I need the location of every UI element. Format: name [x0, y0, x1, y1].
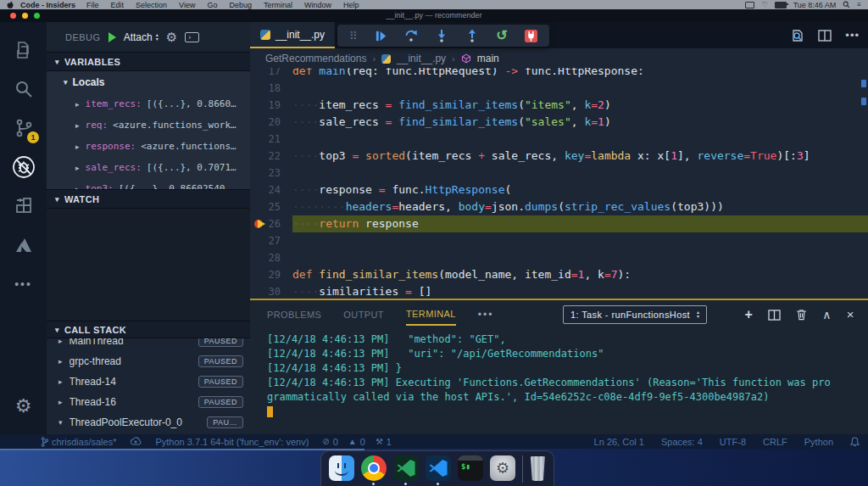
variables-section-header[interactable]: ▾ VARIABLES: [47, 52, 250, 71]
close-panel-icon[interactable]: ×: [847, 309, 854, 321]
variable-row[interactable]: ▸req:<azure.functions_work…: [47, 115, 250, 136]
tab-terminal[interactable]: TERMINAL: [406, 304, 456, 326]
trash-dock-icon[interactable]: [530, 456, 546, 481]
encoding-item[interactable]: UTF-8: [720, 437, 746, 447]
menubar-app-name[interactable]: Code - Insiders: [20, 1, 75, 9]
menu-item[interactable]: View: [179, 1, 195, 9]
spotlight-search-icon[interactable]: [843, 1, 850, 8]
gutter[interactable]: 22: [250, 148, 292, 165]
step-out-icon[interactable]: [465, 29, 479, 42]
debug-icon[interactable]: [0, 148, 47, 187]
current-debug-line[interactable]: 26····return response: [250, 215, 868, 232]
gutter[interactable]: 29: [250, 266, 292, 283]
code-line[interactable]: 22····top3 = sorted(item_recs + sale_rec…: [250, 148, 868, 165]
terminal-dock-icon[interactable]: $▮: [458, 455, 483, 481]
menu-item[interactable]: Terminal: [264, 1, 292, 9]
locals-scope-row[interactable]: ▾ Locals: [47, 71, 250, 93]
chrome-dock-icon[interactable]: [361, 455, 387, 481]
terminal-instance-dropdown[interactable]: 1: Task - runFunctionsHost ▴▾: [563, 305, 707, 324]
azure-icon[interactable]: [0, 226, 47, 265]
menu-item[interactable]: Edit: [111, 1, 125, 9]
gutter[interactable]: 25: [250, 198, 292, 215]
watch-section-header[interactable]: ▾ WATCH: [47, 189, 250, 209]
code-line[interactable]: 29def find_similar_items(model_name, ite…: [250, 266, 868, 283]
code-line[interactable]: 25········headers=headers, body=json.dum…: [250, 198, 868, 215]
kill-terminal-trash-icon[interactable]: [796, 309, 807, 321]
menu-item[interactable]: Help: [343, 1, 359, 9]
debug-config-dropdown[interactable]: Attach ▴▾: [124, 31, 159, 43]
gutter[interactable]: 21: [250, 131, 292, 148]
variable-row[interactable]: ▸response:<azure.functions…: [47, 136, 250, 157]
language-mode-item[interactable]: Python: [804, 437, 833, 447]
source-control-icon[interactable]: 1: [0, 109, 47, 148]
gutter[interactable]: 20: [250, 114, 292, 131]
settings-gear-icon[interactable]: ⚙: [0, 387, 47, 426]
code-line[interactable]: 24····response = func.HttpResponse(: [250, 182, 868, 198]
gutter[interactable]: 18: [250, 80, 292, 97]
code-line[interactable]: 30····similarities = []: [250, 283, 868, 299]
continue-icon[interactable]: [375, 30, 387, 42]
code-line[interactable]: 23: [250, 165, 868, 182]
gutter[interactable]: 27: [250, 232, 292, 249]
notification-center-icon[interactable]: ≡: [857, 2, 861, 8]
extensions-icon[interactable]: [0, 187, 47, 226]
start-debug-button[interactable]: [108, 32, 116, 42]
call-stack-row[interactable]: ▸MainThreadPAUSED: [47, 338, 250, 351]
terminal-output[interactable]: [12/4/18 4:46:13 PM] "method": "GET",[12…: [250, 331, 868, 434]
sync-cloud-icon[interactable]: [130, 437, 142, 446]
problems-item[interactable]: ⊘ 0 ▲ 0 ⚒ 1: [322, 437, 392, 447]
breadcrumb-symbol[interactable]: main: [477, 53, 499, 64]
tab-init-py[interactable]: __init__.py: [250, 22, 335, 48]
disconnect-icon[interactable]: [525, 30, 537, 42]
watch-body[interactable]: [47, 209, 250, 321]
call-stack-row[interactable]: ▸Thread-14PAUSED: [47, 371, 250, 392]
step-over-icon[interactable]: [404, 29, 418, 42]
gutter[interactable]: 19: [250, 97, 292, 114]
breadcrumb-folder[interactable]: GetRecommendations: [265, 53, 366, 64]
open-preview-search-icon[interactable]: [791, 29, 804, 42]
cursor-position-item[interactable]: Ln 26, Col 1: [594, 437, 644, 447]
finder-dock-icon[interactable]: [329, 455, 354, 481]
git-branch-item[interactable]: chrisdias/sales*: [41, 437, 116, 447]
code-line[interactable]: 27: [250, 232, 868, 249]
indentation-item[interactable]: Spaces: 4: [661, 437, 703, 447]
breadcrumb-file[interactable]: __init__.py: [397, 53, 446, 64]
code-line[interactable]: 20····sale_recs = find_similar_items("sa…: [250, 114, 868, 131]
gutter[interactable]: 26: [250, 215, 292, 232]
panel-more-tabs-icon[interactable]: •••: [478, 309, 494, 321]
code-area[interactable]: 17def main(req: func.HttpRequest) -> fun…: [250, 68, 868, 299]
notifications-bell-icon[interactable]: [850, 437, 860, 447]
split-editor-icon[interactable]: [818, 30, 832, 42]
menu-item[interactable]: Debug: [229, 1, 252, 9]
apple-icon[interactable]: [7, 1, 14, 8]
code-line[interactable]: 19····item_recs = find_similar_items("it…: [250, 97, 868, 114]
step-into-icon[interactable]: [435, 29, 448, 42]
system-preferences-dock-icon[interactable]: ⚙: [490, 455, 515, 481]
more-actions-icon[interactable]: •••: [845, 29, 860, 42]
tab-output[interactable]: OUTPUT: [343, 304, 384, 325]
vscode-dock-icon[interactable]: [426, 455, 451, 481]
new-terminal-icon[interactable]: +: [744, 309, 753, 321]
restart-icon[interactable]: ↺: [496, 30, 507, 42]
configure-gear-icon[interactable]: ⚙: [166, 30, 177, 45]
display-mirroring-icon[interactable]: [745, 2, 754, 8]
gutter[interactable]: 23: [250, 165, 292, 182]
menu-item[interactable]: Window: [304, 1, 331, 9]
split-terminal-icon[interactable]: [768, 310, 781, 321]
heart-icon[interactable]: ♡: [761, 2, 767, 8]
vscode-insiders-dock-icon[interactable]: [393, 455, 419, 481]
code-line[interactable]: 18: [250, 80, 868, 97]
search-icon[interactable]: [0, 70, 47, 109]
explorer-icon[interactable]: [0, 31, 47, 70]
call-stack-row[interactable]: ▾ThreadPoolExecutor-0_0PAU…: [47, 412, 250, 433]
gutter[interactable]: 24: [250, 182, 292, 198]
variable-row[interactable]: ▸top3:[({...}, 0.86602540…: [47, 178, 250, 189]
call-stack-row[interactable]: ▸Thread-16PAUSED: [47, 392, 250, 412]
battery-icon[interactable]: [775, 2, 787, 8]
code-line[interactable]: 17def main(req: func.HttpRequest) -> fun…: [250, 68, 868, 80]
python-interpreter-item[interactable]: Python 3.7.1 64-bit ('func_env': venv): [155, 437, 309, 447]
debug-console-icon[interactable]: ›: [185, 32, 199, 42]
menu-item[interactable]: Selection: [136, 1, 167, 9]
menu-item[interactable]: File: [86, 1, 99, 9]
tab-problems[interactable]: PROBLEMS: [267, 304, 321, 325]
